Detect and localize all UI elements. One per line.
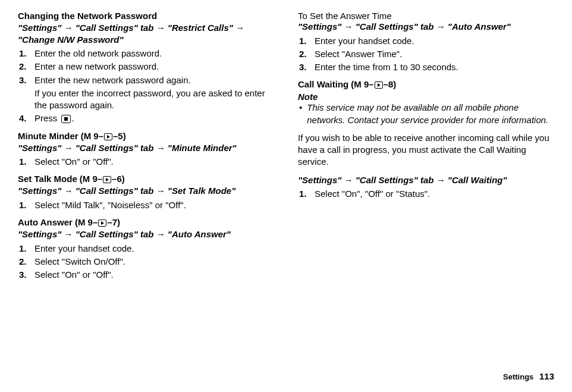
section-minute-minder: Minute Minder (M 9––5) "Settings" → "Cal… (18, 131, 274, 168)
step-number: 1. (19, 243, 34, 255)
right-key-icon (98, 219, 106, 227)
nav-path: "Settings" → "Call Settings" tab → "Set … (18, 185, 274, 197)
nav-path: "Settings" → "Call Settings" tab → "Auto… (18, 228, 274, 240)
step-text: Press . (34, 112, 274, 124)
step-number: 4. (19, 112, 34, 124)
bullet-icon: • (299, 102, 302, 126)
step: 1. Select "Mild Talk", "Noiseless" or "O… (18, 199, 274, 211)
step-text: Enter your handset code. (34, 243, 274, 255)
code-text: –6) (112, 174, 125, 184)
section-header: Auto Answer (M 9––7) (18, 217, 274, 227)
menu-code: (M 9––8) (351, 79, 396, 89)
step-number: 3. (19, 74, 34, 86)
section-header: Minute Minder (M 9––5) (18, 131, 274, 141)
section-set-talk-mode: Set Talk Mode (M 9––6) "Settings" → "Cal… (18, 174, 274, 211)
step-number: 1. (19, 156, 34, 168)
step-number: 1. (299, 188, 315, 200)
text: Press (34, 113, 60, 123)
step-text: Select "On" or "Off". (34, 156, 274, 168)
nav-path: "Settings" → "Call Settings" tab → "Rest… (18, 22, 274, 45)
step: 1. Select "On", "Off" or "Status". (298, 188, 554, 200)
right-key-icon (375, 81, 383, 89)
subheading: To Set the Answer Time (298, 11, 554, 21)
right-key-icon (104, 133, 112, 140)
section-header: Set Talk Mode (M 9––6) (18, 174, 274, 184)
step: 3. Select "On" or "Off". (18, 269, 274, 281)
step: 4. Press . (18, 112, 274, 124)
step-number: 2. (299, 48, 315, 60)
step-text: Enter the new network password again. (34, 74, 274, 86)
step-text: Enter the old network password. (34, 48, 274, 59)
left-column: Changing the Network Password "Settings"… (18, 11, 274, 282)
step-text: Select "Switch On/Off". (34, 256, 274, 268)
text: . (72, 113, 74, 123)
step-number: 1. (19, 48, 34, 59)
step-text: Enter your handset code. (315, 35, 554, 47)
code-text: –7) (107, 217, 120, 227)
step-number: 1. (299, 35, 315, 47)
nav-path: "Settings" → "Call Settings" tab → "Auto… (298, 21, 554, 33)
footer-label: Settings (503, 372, 533, 381)
step: 2. Select "Switch On/Off". (18, 256, 274, 268)
nav-path: "Settings" → "Call Settings" tab → "Call… (298, 174, 554, 186)
code-text: (M 9– (81, 131, 103, 141)
step-text: Enter the time from 1 to 30 seconds. (315, 61, 554, 73)
section-change-password: Changing the Network Password "Settings"… (18, 11, 274, 125)
page-footer: Settings 113 (503, 371, 554, 381)
heading: Auto Answer (18, 217, 73, 227)
step-text: Select "Mild Talk", "Noiseless" or "Off"… (34, 199, 274, 211)
heading: Changing the Network Password (18, 11, 274, 21)
code-text: (M 9– (80, 174, 102, 184)
right-column: To Set the Answer Time "Settings" → "Cal… (298, 11, 554, 282)
step: 1. Enter your handset code. (298, 35, 554, 47)
menu-code: (M 9––6) (80, 174, 125, 184)
heading: Minute Minder (18, 131, 78, 141)
menu-code: (M 9––5) (81, 131, 126, 141)
step-note: If you enter the incorrect password, you… (34, 87, 274, 112)
step-number: 1. (19, 199, 34, 211)
section-answer-time: To Set the Answer Time "Settings" → "Cal… (298, 11, 554, 73)
step-number: 2. (19, 256, 34, 268)
note-label: Note (298, 92, 554, 102)
step-number: 3. (19, 269, 34, 281)
step: 1. Select "On" or "Off". (18, 156, 274, 168)
right-key-icon (103, 176, 111, 183)
code-text: –5) (113, 131, 126, 141)
step: 2. Enter a new network password. (18, 61, 274, 73)
code-text: (M 9– (75, 217, 98, 227)
section-call-waiting: Call Waiting (M 9––8) Note • This servic… (298, 79, 554, 200)
note-item: • This service may not be available on a… (299, 102, 554, 126)
page-number: 113 (539, 371, 554, 381)
heading: Call Waiting (298, 79, 348, 89)
step: 3. Enter the time from 1 to 30 seconds. (298, 61, 554, 73)
heading: Set Talk Mode (18, 174, 77, 184)
code-text: (M 9– (351, 79, 373, 89)
center-key-icon (61, 115, 71, 123)
menu-code: (M 9––7) (75, 217, 120, 227)
step-text: Select "On", "Off" or "Status". (315, 188, 554, 200)
step-text: Select "Answer Time". (315, 48, 554, 60)
step-number: 3. (299, 61, 315, 73)
page-columns: Changing the Network Password "Settings"… (18, 11, 554, 282)
step: 3. Enter the new network password again. (18, 74, 274, 86)
step-number: 2. (19, 61, 34, 73)
step: 2. Select "Answer Time". (298, 48, 554, 60)
code-text: –8) (384, 79, 397, 89)
step: 1. Enter the old network password. (18, 48, 274, 59)
note-text: This service may not be available on all… (307, 102, 554, 126)
section-auto-answer: Auto Answer (M 9––7) "Settings" → "Call … (18, 217, 274, 281)
step-text: Select "On" or "Off". (34, 269, 274, 281)
paragraph: If you wish to be able to receive anothe… (298, 132, 554, 168)
nav-path: "Settings" → "Call Settings" tab → "Minu… (18, 142, 274, 154)
step: 1. Enter your handset code. (18, 243, 274, 255)
section-header: Call Waiting (M 9––8) (298, 79, 554, 89)
step-text: Enter a new network password. (34, 61, 274, 73)
